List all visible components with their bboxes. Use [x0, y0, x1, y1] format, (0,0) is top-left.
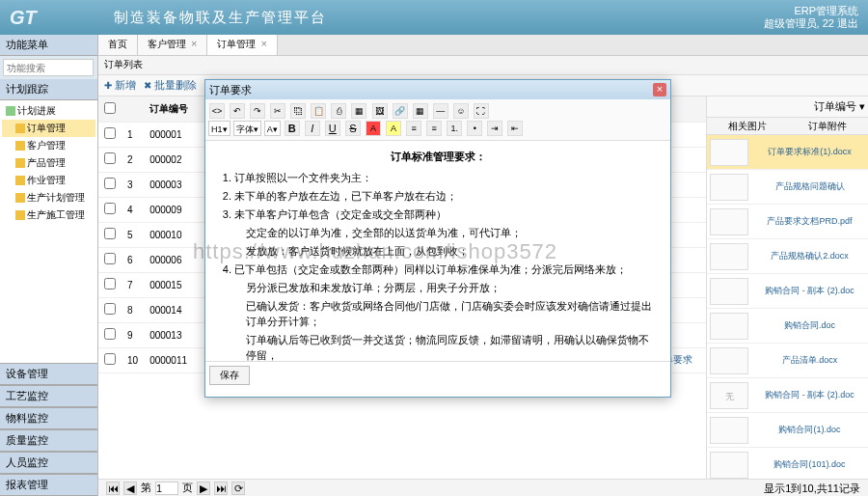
thumbnail: [710, 139, 748, 166]
subtab[interactable]: 订单列表: [98, 56, 868, 75]
sidebar-panel[interactable]: 人员监控: [0, 452, 97, 474]
indent-icon[interactable]: ⇥: [487, 121, 502, 136]
attachment-row[interactable]: 购销合同(1).doc: [707, 413, 868, 448]
first-page-icon[interactable]: ⏮: [106, 482, 120, 495]
col-order-code: 订单编号: [144, 96, 202, 122]
batch-delete-button[interactable]: ✖ 批量删除: [144, 78, 197, 93]
tree-item[interactable]: 作业管理: [2, 172, 95, 189]
close-icon[interactable]: ×: [653, 83, 666, 96]
attachment-row[interactable]: 产品规格问题确认: [707, 170, 868, 205]
select-all-checkbox[interactable]: [104, 102, 116, 114]
paste-icon[interactable]: 📋: [311, 103, 326, 119]
sidebar-panel[interactable]: 物料监控: [0, 407, 97, 429]
bgcolor-icon[interactable]: A: [386, 121, 401, 136]
attachment-link[interactable]: 购销合同(101).doc: [751, 456, 868, 473]
sidebar-panel[interactable]: 报表管理: [0, 474, 97, 496]
attachment-link[interactable]: 购销合同(1).doc: [751, 422, 868, 438]
align-center-icon[interactable]: ≡: [426, 121, 442, 136]
ol-icon[interactable]: 1.: [447, 121, 462, 136]
row-checkbox[interactable]: [104, 228, 116, 239]
attachment-link[interactable]: 购销合同 - 副本 (2).doc: [751, 283, 868, 299]
thumbnail: [710, 243, 748, 270]
last-page-icon[interactable]: ⏭: [214, 482, 228, 495]
row-checkbox[interactable]: [104, 353, 116, 365]
link-icon[interactable]: 🔗: [393, 103, 408, 119]
save-button[interactable]: 保存: [209, 366, 250, 385]
attachment-row[interactable]: 无购销合同 - 副本 (2).doc: [707, 378, 868, 413]
attachment-link[interactable]: 产品要求文档PRD.pdf: [751, 213, 868, 230]
row-checkbox[interactable]: [104, 127, 116, 139]
sidebar-panel[interactable]: 设备管理: [0, 363, 97, 385]
attachment-link[interactable]: 产品清单.docx: [751, 352, 868, 369]
color-icon[interactable]: A: [366, 121, 381, 136]
row-checkbox[interactable]: [104, 303, 116, 315]
search-input[interactable]: [3, 59, 94, 76]
refresh-page-icon[interactable]: ⟳: [231, 482, 245, 495]
attachment-row[interactable]: 购销合同(101).doc: [707, 448, 868, 479]
close-tab-icon[interactable]: ×: [191, 38, 197, 49]
tree-item[interactable]: 生产计划管理: [2, 189, 95, 207]
tree-item[interactable]: 订单管理: [2, 120, 95, 137]
tab[interactable]: 订单管理×: [207, 35, 277, 55]
strike-icon[interactable]: S: [345, 121, 361, 136]
attachment-link[interactable]: 产品规格确认2.docx: [751, 248, 868, 264]
attachment-row[interactable]: 产品规格确认2.docx: [707, 239, 868, 274]
tree-item[interactable]: 产品管理: [2, 154, 95, 172]
underline-icon[interactable]: U: [325, 121, 340, 136]
italic-icon[interactable]: I: [305, 121, 320, 136]
prev-page-icon[interactable]: ◀: [123, 482, 137, 495]
attachment-row[interactable]: 购销合同 - 副本 (2).doc: [707, 274, 868, 309]
row-checkbox[interactable]: [104, 203, 116, 214]
undo-icon[interactable]: ↶: [230, 103, 245, 119]
attachment-row[interactable]: 产品清单.docx: [707, 344, 868, 378]
editor-content[interactable]: 订单标准管理要求： 订单按照以一个文件夹为主：未下单的客户放在左边，已下单客户放…: [205, 141, 670, 361]
redo-icon[interactable]: ↷: [250, 103, 265, 119]
tree-item[interactable]: 计划进展: [2, 102, 95, 120]
heading-select[interactable]: H1▾: [208, 121, 231, 136]
image-icon[interactable]: 🖼: [372, 103, 388, 119]
row-checkbox[interactable]: [104, 152, 116, 164]
font-select[interactable]: 字体▾: [233, 121, 261, 136]
close-tab-icon[interactable]: ×: [260, 38, 266, 49]
table-icon[interactable]: ▦: [413, 103, 428, 119]
copy-icon[interactable]: ⿻: [290, 103, 306, 119]
attachment-row[interactable]: 购销合同.doc: [707, 309, 868, 344]
filter-dropdown[interactable]: 订单编号 ▾: [814, 100, 865, 112]
row-checkbox[interactable]: [104, 253, 116, 264]
cut-icon[interactable]: ✂: [270, 103, 285, 119]
ul-icon[interactable]: •: [467, 121, 482, 136]
thumbnail: 无: [710, 382, 748, 409]
sidebar-panel[interactable]: 质量监控: [0, 429, 97, 452]
tree-item[interactable]: 生产施工管理: [2, 207, 95, 224]
attachment-row[interactable]: 产品要求文档PRD.pdf: [707, 205, 868, 239]
row-checkbox[interactable]: [104, 178, 116, 189]
template-icon[interactable]: ▦: [351, 103, 366, 119]
tree-item[interactable]: 客户管理: [2, 137, 95, 154]
outdent-icon[interactable]: ⇤: [507, 121, 523, 136]
align-left-icon[interactable]: ≡: [406, 121, 421, 136]
attachment-link[interactable]: 产品规格问题确认: [751, 179, 868, 195]
add-button[interactable]: ✚ 新增: [104, 78, 136, 93]
source-icon[interactable]: <>: [209, 103, 225, 119]
sidebar-panel[interactable]: 工艺监控: [0, 385, 97, 407]
thumbnail: [710, 417, 748, 444]
attachment-row[interactable]: 订单要求标准(1).docx: [707, 135, 868, 170]
record-count: 显示1到10,共11记录: [764, 482, 860, 494]
next-page-icon[interactable]: ▶: [197, 482, 210, 495]
attachment-link[interactable]: 购销合同.doc: [751, 317, 868, 334]
attachment-link[interactable]: 购销合同 - 副本 (2).doc: [751, 387, 868, 403]
page-input[interactable]: [155, 482, 178, 495]
fullscreen-icon[interactable]: ⛶: [474, 103, 489, 119]
size-select[interactable]: A▾: [264, 121, 281, 136]
bold-icon[interactable]: B: [285, 121, 300, 136]
emoji-icon[interactable]: ☺: [453, 103, 469, 119]
print-icon[interactable]: ⎙: [331, 103, 346, 119]
hr-icon[interactable]: —: [433, 103, 448, 119]
editor-toolbar: <> ↶ ↷ ✂ ⿻ 📋 ⎙ ▦ 🖼 🔗 ▦ — ☺ ⛶ H1▾ 字体▾ A▾ …: [205, 99, 670, 141]
row-checkbox[interactable]: [104, 278, 116, 289]
row-checkbox[interactable]: [104, 328, 116, 340]
tab[interactable]: 客户管理×: [138, 35, 207, 55]
attachment-link[interactable]: 订单要求标准(1).docx: [751, 144, 868, 160]
tab[interactable]: 首页: [98, 35, 138, 55]
pager[interactable]: ⏮ ◀ 第页 ▶ ⏭ ⟳: [106, 482, 245, 494]
